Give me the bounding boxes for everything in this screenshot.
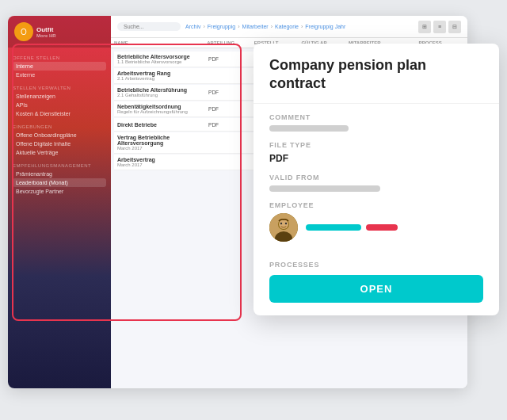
sidebar-section-eingebungen: EINGEBUNGEN Offene Onboardingpläne Offen… (8, 121, 111, 160)
sidebar-section-stellen: OFFENE STELLEN Interne Externe (8, 52, 111, 82)
row-sub: Regeln für Aufzeichnungsführung (117, 109, 207, 114)
row-type: PDF (208, 90, 254, 95)
row-title: Vertrag Betriebliche Altersversorgung (117, 135, 207, 146)
sidebar-item-partner[interactable]: Bevorzugte Partner (13, 187, 106, 196)
subbrand-label: More HR (36, 33, 56, 38)
employee-role-bar (366, 224, 398, 231)
section-title-eingebungen: EINGEBUNGEN (13, 124, 106, 129)
sidebar-item-interne[interactable]: Interne (13, 62, 106, 71)
valid-from-label: VALID FROM (269, 174, 483, 181)
processes-label: PROCESSES (269, 261, 483, 269)
search-input[interactable] (117, 22, 181, 31)
field-comment: COMMENT (269, 113, 483, 132)
top-bar-actions: ⊞ ≡ ⊟ (418, 21, 461, 33)
breadcrumb: Archiv › Freigruppig › Mitarbeiter › Kat… (185, 24, 345, 29)
employee-name-bar (306, 224, 361, 231)
modal-card: Company pension plan contract COMMENT FI… (254, 44, 499, 315)
top-bar: Archiv › Freigruppig › Mitarbeiter › Kat… (111, 16, 467, 38)
avatar: O (14, 22, 33, 41)
row-type: PDF (208, 56, 254, 62)
brand-label: Outfit (36, 26, 56, 33)
app-container: O Outfit More HR OFFENE STELLEN Interne … (0, 0, 507, 420)
file-type-value: PDF (269, 153, 483, 164)
sidebar-item-onboarding[interactable]: Offene Onboardingpläne (13, 131, 106, 139)
employee-row (269, 213, 483, 242)
section-title-verwalten: STELLEN VERWALTEN (13, 86, 106, 90)
row-sub: 2.1 Gehaltsführung (117, 93, 207, 97)
row-type: PDF (208, 122, 254, 128)
row-sub: March 2017 (117, 146, 207, 151)
sidebar-item-vertraege[interactable]: Aktuelle Verträge (13, 148, 106, 157)
sidebar-item-leaderboard[interactable]: Leaderboard (Monat) (13, 178, 106, 187)
modal-footer: PROCESSES OPEN (254, 261, 499, 315)
filter-button[interactable]: ⊟ (448, 21, 461, 33)
sidebar-section-empfehlung: EMPFEHLUNGSMANAGEMENT Prämienantrag Lead… (8, 160, 111, 199)
sidebar-item-digital[interactable]: Offene Digitale Inhalte (13, 139, 106, 148)
svg-point-4 (280, 223, 282, 224)
field-file-type: FILE TYPE PDF (269, 141, 483, 164)
modal-title: Company pension plan contract (269, 56, 483, 94)
modal-header: Company pension plan contract (254, 44, 499, 104)
field-employee: EMPLOYEE (269, 201, 483, 242)
row-sub: March 2017 (117, 162, 207, 167)
row-title: Direkt Betriebe (117, 122, 207, 128)
grid-view-button[interactable]: ⊞ (418, 21, 431, 33)
svg-point-5 (285, 223, 287, 224)
breadcrumb-mitarbeiter[interactable]: Mitarbeiter (242, 24, 269, 29)
breadcrumb-freigruppig[interactable]: Freigruppig (208, 24, 235, 29)
modal-body: COMMENT FILE TYPE PDF VALID FROM EMPLOYE… (254, 104, 499, 261)
sidebar-top: O Outfit More HR (8, 16, 111, 48)
col-abt: ABTEILUNG (207, 40, 253, 45)
open-button[interactable]: OPEN (269, 275, 483, 303)
sidebar-item-externe[interactable]: Externe (13, 71, 106, 79)
sidebar-item-apis[interactable]: APIs (13, 101, 106, 109)
employee-avatar (269, 213, 298, 242)
comment-value-bar (269, 125, 349, 132)
row-title: Arbeitsvertrag Rang (117, 71, 207, 76)
row-sub: 1.1 Betriebliche Altersvorsorge (117, 59, 207, 64)
breadcrumb-archiv[interactable]: Archiv (185, 24, 200, 29)
sidebar-section-verwalten: STELLEN VERWALTEN Stellenanzeigen APIs K… (8, 82, 111, 121)
row-title: Betriebliche Altersführung (117, 87, 207, 93)
row-title: Nebentätigkeitsordnung (117, 104, 207, 109)
breadcrumb-jahr[interactable]: Freigruppig Jahr (305, 24, 345, 29)
sidebar: O Outfit More HR OFFENE STELLEN Interne … (8, 16, 111, 388)
employee-label: EMPLOYEE (269, 201, 483, 209)
row-sub: 2.1 Arbeitsvertrag (117, 76, 207, 81)
row-title: Arbeitsvertrag (117, 157, 207, 162)
col-name: NAME (114, 40, 205, 45)
row-type: PDF (208, 106, 254, 112)
section-title-offene: OFFENE STELLEN (13, 55, 106, 60)
employee-bars (306, 224, 398, 231)
field-valid-from: VALID FROM (269, 174, 483, 192)
sidebar-nav: OFFENE STELLEN Interne Externe STELLEN V… (8, 48, 111, 388)
list-view-button[interactable]: ≡ (433, 21, 446, 33)
sidebar-item-stellenanzeigen[interactable]: Stellenanzeigen (13, 92, 106, 101)
breadcrumb-kategorie[interactable]: Kategorie (275, 24, 299, 29)
section-title-empfehlung: EMPFEHLUNGSMANAGEMENT (13, 163, 106, 168)
comment-label: COMMENT (269, 113, 483, 121)
valid-from-bar (269, 185, 380, 192)
sidebar-item-kosten[interactable]: Kosten & Dienstleister (13, 109, 106, 118)
sidebar-item-praemien[interactable]: Prämienantrag (13, 170, 106, 178)
file-type-label: FILE TYPE (269, 141, 483, 149)
row-title: Betriebliche Altersvorsorge (117, 54, 207, 59)
